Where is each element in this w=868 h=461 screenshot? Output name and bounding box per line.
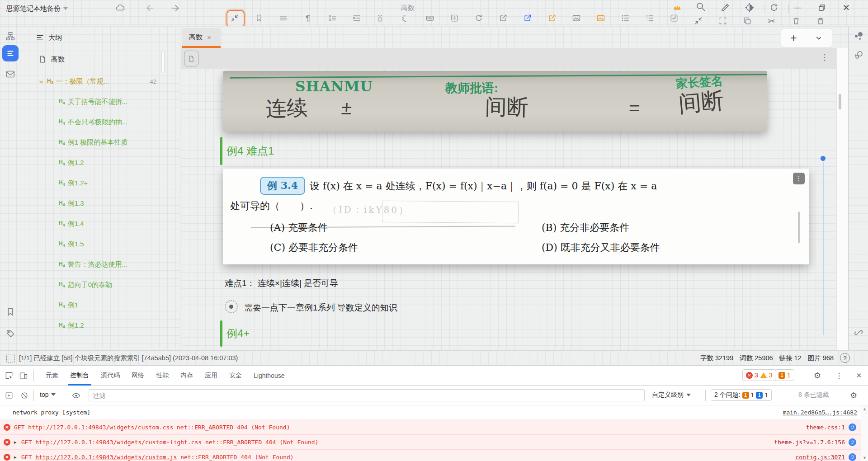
theme-contrast-icon[interactable] [744,2,755,13]
inspect-icon[interactable] [4,370,14,381]
image-scrollbar[interactable] [798,212,800,243]
link-dock-icon[interactable] [854,327,864,338]
note-photo-teacher-comment[interactable]: SHANMU 教师批语: 连续 ± 间断 = 间断 家长签名 [223,71,767,132]
external-link-blue-icon[interactable] [522,13,533,24]
request-url-link[interactable]: http://127.0.0.1:49843/widgets/custom-li… [35,439,202,446]
device-toolbar-icon[interactable] [18,370,29,381]
external-link-icon[interactable] [498,13,509,24]
chevron-down-icon[interactable] [38,79,44,85]
breadcrumb-more-icon[interactable]: ⋮ [821,52,829,62]
image-icon[interactable] [571,13,582,24]
console-settings-icon[interactable]: ⚙ [848,390,859,401]
image-menu-icon[interactable]: ⋮ [793,173,805,184]
flashlight-icon[interactable] [376,13,387,24]
outline-item-h4[interactable]: H4警告：洛必达使用... [21,254,180,275]
tab-security[interactable]: 安全 [223,366,248,386]
devtools-menu-icon[interactable]: ⋮ [834,370,844,381]
scissors-icon[interactable]: ✂ [766,15,777,26]
ordered-list-icon[interactable] [644,13,655,24]
heading-li4-nandian1[interactable]: 例4 难点1 [220,137,274,165]
initiator-icon[interactable] [849,423,856,431]
breadcrumb-doc-icon[interactable] [184,51,198,66]
copy-icon[interactable] [742,15,753,26]
list-bullet-icon[interactable] [225,300,238,313]
problem-scan-image[interactable]: （ID：ikY80） 例 3.4 设 f(x) 在 x = a 处连续，F(x)… [223,169,809,264]
shrink-icon[interactable] [693,15,704,26]
keyboard-icon[interactable] [425,13,435,24]
line-height-icon[interactable] [327,13,338,24]
outline-item-h4[interactable]: H4例1.5 [21,234,180,254]
editor-content[interactable]: SHANMU 教师批语: 连续 ± 间断 = 间断 家长签名 例4 难点1 （I… [181,69,836,350]
tab-console[interactable]: 控制台 [64,366,95,386]
window-minimize-icon[interactable]: — [792,2,803,13]
tab-memory[interactable]: 内存 [175,366,199,386]
outline-item-h4[interactable]: H4例1.3 [21,193,180,214]
checkbox-icon[interactable] [669,13,679,24]
editor-scrollbar-thumb[interactable] [839,94,841,109]
request-url-link[interactable]: http://127.0.0.1:49843/widgets/custom.cs… [28,424,173,431]
outline-item-h4[interactable]: H4不会只考极限的抽... [21,112,180,132]
window-maximize-icon[interactable] [816,2,827,13]
console-log-row[interactable]: network proxy [system] main.2ed86a5….js:… [0,405,861,420]
heading-li4-plus[interactable]: 例4+ [220,320,250,347]
panel-header[interactable]: 大纲 [21,30,194,45]
editor-scrollbar[interactable] [836,48,849,350]
tab-network[interactable]: 网络 [126,366,150,386]
outline-item-h4[interactable]: H4关于括号能不能拆... [21,92,180,112]
unordered-list-icon[interactable] [620,13,631,24]
devtools-close-icon[interactable]: ✕ [854,370,864,381]
edit-pencil-icon[interactable] [720,2,731,13]
paragraph-nandian[interactable]: 难点1： 连续×|连续| 是否可导 [225,278,338,289]
initiator-icon[interactable] [849,438,856,446]
selection-brackets-icon[interactable] [717,15,728,26]
initiator-icon[interactable] [849,453,856,461]
bookmark-icon[interactable] [254,13,264,24]
tab-close-icon[interactable]: × [207,33,211,41]
external-link-orange-icon[interactable] [547,13,557,24]
source-link[interactable]: config.js:3071 [795,454,845,461]
error-warning-badge[interactable]: ✕ 3 3 [742,369,776,381]
back-icon[interactable] [144,3,155,14]
outline-doc-row[interactable]: 高数 [21,52,197,66]
backlinks-dock-icon[interactable] [854,50,864,61]
sync-icon[interactable] [769,2,779,13]
source-link[interactable]: theme.js?v=1.7.6:156 [774,439,845,446]
bookmark-dock-icon[interactable] [5,306,16,317]
tab-list-chevron-icon[interactable] [815,34,822,42]
new-tab-button[interactable]: + [790,32,797,44]
console-error-row[interactable]: ✕ GET http://127.0.0.1:49843/widgets/cus… [0,420,861,435]
source-link[interactable]: theme.css:1 [806,424,845,431]
devtools-settings-icon[interactable]: ⚙ [812,370,823,381]
console-filter-input[interactable] [89,389,645,401]
outline-item-h4[interactable]: H4例1.2 [21,153,180,173]
live-expression-eye-icon[interactable] [71,390,81,401]
menu-lines-icon[interactable] [278,13,289,24]
tab-sources[interactable]: 源代码 [95,366,126,386]
expand-triangle-icon[interactable]: ▸ [14,454,19,460]
select-block-icon[interactable] [6,354,15,362]
scroll-down-icon[interactable]: ▼ [863,456,867,460]
console-scrollbar[interactable]: ▲ ▼ [861,405,868,461]
outline-item-h3[interactable]: H3 一：极限（常规... 42 [21,71,180,92]
outline-item-h4[interactable]: H4例1 极限的基本性质 [21,132,180,153]
trash-alt-icon[interactable] [815,15,826,26]
moon-theme-icon[interactable]: ☾ [400,13,411,24]
tab-gaoshu[interactable]: 高数 × [182,28,221,46]
console-error-row[interactable]: ✕ ▸ GET http://127.0.0.1:49843/widgets/c… [0,435,861,450]
outline-item-h4[interactable]: H4趋向于0的泰勒 [21,275,180,295]
outline-item-h4[interactable]: H4例1.2+ [21,173,180,193]
help-icon[interactable]: ? [840,353,850,363]
inbox-icon[interactable] [5,69,16,80]
pilcrow-icon[interactable]: ¶ [302,13,313,24]
outline-item-h4[interactable]: H4例1.2 [21,315,180,336]
forward-icon[interactable] [171,3,182,14]
workspace-switcher[interactable]: 思源笔记本地备份 [6,3,68,14]
trash-icon[interactable] [791,15,802,26]
collapse-icon[interactable] [229,13,240,24]
image-orange-icon[interactable] [595,13,606,24]
tag-dock-icon[interactable] [5,328,16,339]
indent-icon[interactable] [351,13,362,24]
refresh-icon[interactable] [473,13,484,24]
scroll-up-icon[interactable]: ▲ [863,407,867,411]
tab-lighthouse[interactable]: Lighthouse [248,366,291,386]
